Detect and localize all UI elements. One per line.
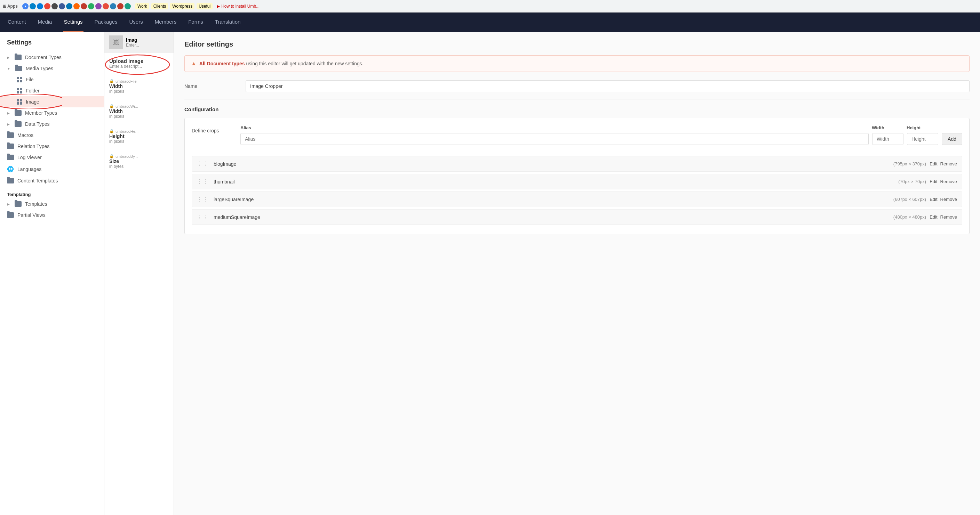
red3-icon <box>117 3 124 10</box>
sidebar-label-macros: Macros <box>18 132 33 138</box>
remove-crop-largesquareimage[interactable]: Remove <box>940 196 957 202</box>
sidebar-label-file: File <box>26 77 34 82</box>
crop-width-input[interactable] <box>872 133 904 145</box>
nav-forms[interactable]: Forms <box>188 13 204 32</box>
nav-packages[interactable]: Packages <box>94 13 118 32</box>
green-icon <box>88 3 94 10</box>
crop-name-thumbnail: thumbnail <box>213 179 895 184</box>
sidebar-item-folder[interactable]: Folder <box>0 85 104 96</box>
warning-highlight: All Document types <box>199 61 245 67</box>
sidebar-label-content-templates: Content Templates <box>18 178 58 184</box>
sidebar-label-document-types: Document Types <box>25 55 62 60</box>
edit-crop-mediumsquareimage[interactable]: Edit <box>929 214 937 220</box>
youtube-bookmark[interactable]: ▶ How to install Umb... <box>215 3 262 10</box>
drag-handle-icon[interactable]: ⋮⋮ <box>197 178 208 185</box>
middle-panel: 🖼 Imag Enter... Upload image Enter a des… <box>104 32 174 515</box>
dropbox-icon <box>30 3 36 10</box>
add-crop-button[interactable]: Add <box>942 133 962 145</box>
middle-panel-header: 🖼 Imag Enter... <box>104 32 173 53</box>
red2-icon <box>103 3 109 10</box>
middle-item-height[interactable]: 🔒 umbracoHe... Height in pixels <box>104 124 173 149</box>
work-bookmark[interactable]: Work <box>135 3 149 10</box>
middle-item-width2[interactable]: 🔒 umbracoWi... Width in pixels <box>104 99 173 124</box>
crop-alias-input[interactable] <box>240 133 869 145</box>
crops-header: Define crops Alias Width Height Add <box>192 125 962 151</box>
lock-indicator: 🔒 umbracoHe... <box>109 129 169 133</box>
useful-bookmark[interactable]: Useful <box>197 3 213 10</box>
property-hint-height: in pixels <box>109 139 169 144</box>
lock-indicator: 🔒 umbracoBy... <box>109 154 169 158</box>
clients-bookmark[interactable]: Clients <box>151 3 169 10</box>
crop-name-largesquareimage: largeSquareImage <box>213 196 890 202</box>
crop-name-blogimage: blogImage <box>213 161 890 167</box>
nav-translation[interactable]: Translation <box>214 13 242 32</box>
edit-crop-blogimage[interactable]: Edit <box>929 161 937 166</box>
name-input[interactable] <box>246 80 970 92</box>
sidebar-label-folder: Folder <box>26 88 40 93</box>
edit-crop-largesquareimage[interactable]: Edit <box>929 196 937 202</box>
nav-media[interactable]: Media <box>37 13 53 32</box>
sidebar-item-macros[interactable]: Macros <box>0 130 104 141</box>
nav-users[interactable]: Users <box>128 13 143 32</box>
chevron-right-icon: ▶ <box>7 202 10 206</box>
crop-dims-mediumsquareimage: (480px × 480px) <box>893 214 926 220</box>
sidebar-item-partial-views[interactable]: Partial Views <box>0 209 104 221</box>
gmail-icon <box>44 3 51 10</box>
teal-icon <box>124 3 131 10</box>
wordpress-bookmark[interactable]: Wordpress <box>170 3 194 10</box>
sidebar-item-relation-types[interactable]: Relation Types <box>0 141 104 152</box>
crop-dims-largesquareimage: (607px × 607px) <box>893 196 926 202</box>
config-label: Configuration <box>185 106 970 112</box>
middle-item-size[interactable]: 🔒 umbracoBy... Size in bytes <box>104 149 173 174</box>
sidebar-label-image: Image <box>26 99 39 105</box>
blue-icon <box>110 3 116 10</box>
remove-crop-blogimage[interactable]: Remove <box>940 161 957 166</box>
drag-handle-icon[interactable]: ⋮⋮ <box>197 196 208 203</box>
nav-members[interactable]: Members <box>154 13 177 32</box>
drag-handle-icon[interactable]: ⋮⋮ <box>197 160 208 167</box>
remove-crop-mediumsquareimage[interactable]: Remove <box>940 214 957 220</box>
property-hint-size: in bytes <box>109 164 169 169</box>
remove-crop-thumbnail[interactable]: Remove <box>940 179 957 184</box>
drag-handle-icon[interactable]: ⋮⋮ <box>197 214 208 220</box>
name-label: Name <box>185 83 240 89</box>
crop-height-input[interactable] <box>907 133 938 145</box>
crop-row-thumbnail: ⋮⋮ thumbnail (70px × 70px) Edit Remove <box>192 174 962 189</box>
sidebar-item-member-types[interactable]: ▶ Member Types <box>0 108 104 119</box>
apps-bookmark[interactable]: ⊞ Apps <box>3 4 18 9</box>
sidebar-item-file[interactable]: File <box>0 74 104 85</box>
sidebar-item-media-types[interactable]: ▼ Media Types <box>0 63 104 74</box>
sidebar-item-document-types[interactable]: ▶ Document Types <box>0 52 104 63</box>
warning-suffix: using this editor will get updated with … <box>246 61 363 67</box>
crops-section: Define crops Alias Width Height Add <box>185 118 970 234</box>
sidebar-label-partial-views: Partial Views <box>18 212 46 218</box>
sidebar-label-media-types: Media Types <box>26 66 53 71</box>
property-name-width1: Width <box>109 83 169 89</box>
property-hint-width2: in pixels <box>109 114 169 119</box>
sidebar-item-data-types[interactable]: ▶ Data Types <box>0 119 104 130</box>
crop-name-mediumsquareimage: mediumSquareImage <box>213 214 890 220</box>
sidebar-label-relation-types: Relation Types <box>18 144 49 149</box>
upload-image-item[interactable]: Upload image Enter a descript... <box>104 53 173 74</box>
crops-list: ⋮⋮ blogImage (795px × 370px) Edit Remove… <box>192 156 962 225</box>
crops-form: Alias Width Height Add <box>240 125 962 151</box>
property-name-height: Height <box>109 133 169 139</box>
middle-item-width1[interactable]: 🔒 umbracoFile Width in pixels <box>104 74 173 99</box>
chevron-down-icon: ▼ <box>7 67 10 71</box>
purple-icon <box>95 3 102 10</box>
sidebar-item-languages[interactable]: 🌐 Languages <box>0 163 104 175</box>
sidebar-section-templating: Templating <box>0 186 104 198</box>
chrome-icon: ● <box>22 3 29 10</box>
sidebar-item-image[interactable]: Image <box>0 96 104 108</box>
nav-settings[interactable]: Settings <box>63 13 83 32</box>
nav-content[interactable]: Content <box>7 13 27 32</box>
sidebar-item-log-viewer[interactable]: Log Viewer <box>0 152 104 163</box>
linkedin-icon <box>66 3 72 10</box>
browser-toolbar: ⊞ Apps ● Work Clients Wordpress Useful ▶… <box>0 0 980 13</box>
sidebar-label-languages: Languages <box>18 166 41 172</box>
sidebar-item-templates[interactable]: ▶ Templates <box>0 198 104 209</box>
sidebar-item-content-templates[interactable]: Content Templates <box>0 175 104 186</box>
edit-crop-thumbnail[interactable]: Edit <box>929 179 937 184</box>
main-layout: Settings ▶ Document Types ▼ Media Types … <box>0 32 980 515</box>
col-header-height: Height <box>907 125 938 130</box>
